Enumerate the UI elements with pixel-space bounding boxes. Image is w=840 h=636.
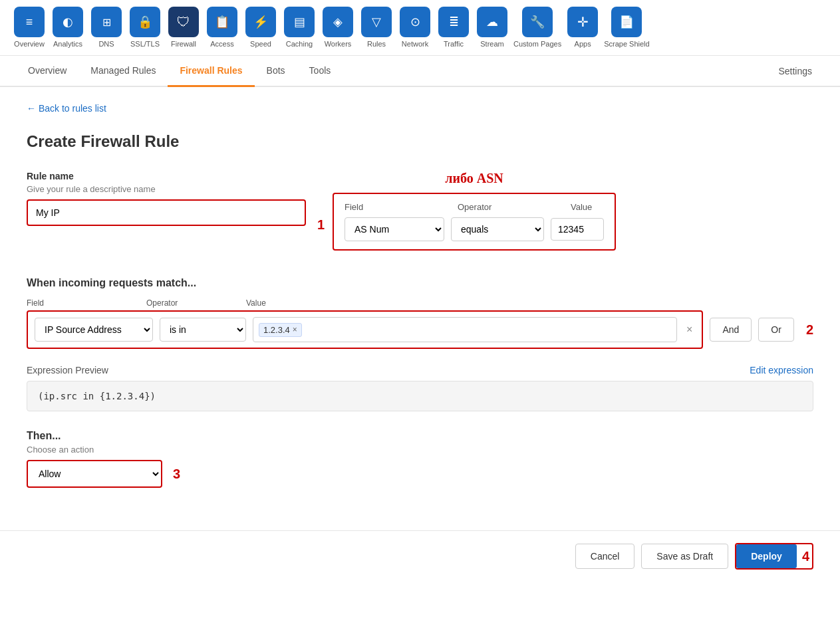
- deploy-button-wrapper: Deploy 4: [735, 543, 813, 570]
- then-section: Then... Choose an action Allow Block Cha…: [27, 430, 813, 488]
- asn-value-input[interactable]: [551, 218, 604, 241]
- nav-item-analytics[interactable]: ◐ Analytics: [49, 7, 86, 48]
- network-icon: ⊙: [400, 7, 430, 37]
- badge-2: 2: [806, 322, 813, 338]
- rule-name-input[interactable]: [27, 199, 306, 226]
- top-nav: ≡ Overview ◐ Analytics ⊞ DNS 🔒 SSL/TLS 🛡…: [0, 0, 840, 56]
- overview-icon: ≡: [14, 7, 45, 37]
- value-clear-btn[interactable]: ×: [684, 324, 695, 336]
- field-headers: Field Operator Value: [27, 298, 813, 308]
- value-tag-input[interactable]: 1.2.3.4 ×: [253, 317, 677, 342]
- nav-item-apps[interactable]: ✛ Apps: [564, 7, 601, 48]
- workers-icon: ◈: [323, 7, 353, 37]
- expression-header: Expression Preview Edit expression: [27, 365, 813, 375]
- access-icon: 📋: [207, 7, 237, 37]
- page-title: Create Firewall Rule: [27, 132, 813, 151]
- nav-item-workers[interactable]: ◈ Workers: [319, 7, 356, 48]
- nav-item-network[interactable]: ⊙ Network: [396, 7, 434, 48]
- operator-col-label: Operator: [146, 298, 239, 308]
- action-select-border: Allow Block Challenge JS Challenge Manag…: [27, 460, 162, 488]
- asn-input-row: AS Num equals: [345, 217, 604, 241]
- tab-managed[interactable]: Managed Rules: [78, 56, 168, 87]
- then-sublabel: Choose an action: [27, 445, 813, 455]
- badge-1: 1: [317, 217, 325, 233]
- asn-field-label: Field: [345, 202, 438, 212]
- incoming-input-row: IP Source Address AS Num Country URI URI…: [27, 310, 813, 349]
- tab-overview[interactable]: Overview: [16, 56, 78, 87]
- traffic-label: Traffic: [444, 40, 464, 48]
- ip-tag-value: 1.2.3.4: [263, 325, 290, 335]
- nav-item-access[interactable]: 📋 Access: [204, 7, 241, 48]
- action-select-wrapper: Allow Block Challenge JS Challenge Manag…: [27, 460, 813, 488]
- expression-label: Expression Preview: [27, 365, 108, 375]
- incoming-section: When incoming requests match... Field Op…: [27, 277, 813, 349]
- rule-name-section: Rule name Give your rule a descriptive n…: [27, 171, 306, 226]
- nav-item-traffic[interactable]: ≣ Traffic: [435, 7, 472, 48]
- operator-select[interactable]: is in equals contains matches is not in: [160, 318, 246, 342]
- tab-tools[interactable]: Tools: [297, 56, 343, 87]
- tab-bots[interactable]: Bots: [255, 56, 297, 87]
- nav-item-scrape[interactable]: 📄 Scrape Shield: [603, 7, 651, 49]
- stream-label: Stream: [480, 40, 503, 48]
- main-content: ← Back to rules list Create Firewall Rul…: [0, 87, 840, 530]
- then-title: Then...: [27, 430, 813, 442]
- cancel-button[interactable]: Cancel: [575, 544, 635, 569]
- tab-firewall[interactable]: Firewall Rules: [168, 56, 254, 87]
- firewall-icon: 🛡: [168, 7, 199, 37]
- apps-label: Apps: [575, 40, 591, 48]
- rule-name-sublabel: Give your rule a descriptive name: [27, 184, 306, 194]
- badge-4: 4: [802, 549, 812, 564]
- badge-3: 3: [173, 467, 180, 482]
- asn-value-label: Value: [571, 202, 592, 212]
- custompages-icon: 🔧: [522, 7, 553, 37]
- nav-item-custompages[interactable]: 🔧 Custom Pages: [512, 7, 563, 49]
- nav-item-speed[interactable]: ⚡ Speed: [242, 7, 279, 48]
- nav-item-firewall[interactable]: 🛡 Firewall: [165, 7, 202, 48]
- annotation-text: либо ASN: [445, 171, 503, 186]
- field-select[interactable]: IP Source Address AS Num Country URI URI…: [35, 318, 153, 342]
- nav-item-caching[interactable]: ▤ Caching: [281, 7, 318, 48]
- nav-item-ssl[interactable]: 🔒 SSL/TLS: [126, 7, 164, 48]
- action-select[interactable]: Allow Block Challenge JS Challenge Manag…: [28, 461, 161, 486]
- speed-label: Speed: [250, 40, 271, 48]
- footer: Cancel Save as Draft Deploy 4: [0, 530, 840, 582]
- deploy-button[interactable]: Deploy: [736, 544, 797, 568]
- stream-icon: ☁: [477, 7, 507, 37]
- nav-item-dns[interactable]: ⊞ DNS: [88, 7, 125, 48]
- asn-field-select[interactable]: AS Num: [345, 217, 444, 241]
- nav-item-rules[interactable]: ▽ Rules: [358, 7, 395, 48]
- speed-icon: ⚡: [245, 7, 276, 37]
- asn-area: либо ASN Field Operator Value AS Num equ…: [333, 171, 616, 251]
- settings-link[interactable]: Settings: [766, 56, 824, 86]
- scrape-label: Scrape Shield: [604, 40, 650, 49]
- save-draft-button[interactable]: Save as Draft: [641, 544, 728, 569]
- edit-expression-link[interactable]: Edit expression: [750, 365, 813, 375]
- rules-icon: ▽: [361, 7, 392, 37]
- nav-item-stream[interactable]: ☁ Stream: [474, 7, 511, 48]
- field-col-label: Field: [27, 298, 140, 308]
- asn-header-row: Field Operator Value: [345, 202, 604, 212]
- nav-item-overview[interactable]: ≡ Overview: [11, 7, 48, 48]
- ip-tag-close[interactable]: ×: [293, 325, 297, 334]
- asn-box: Field Operator Value AS Num equals: [333, 193, 616, 251]
- ssl-icon: 🔒: [130, 7, 160, 37]
- scrape-icon: 📄: [611, 7, 642, 37]
- expression-value: (ip.src in {1.2.3.4}): [38, 391, 156, 401]
- top-form-area: Rule name Give your rule a descriptive n…: [27, 171, 813, 251]
- analytics-label: Analytics: [53, 40, 82, 48]
- value-col-label: Value: [246, 298, 813, 308]
- or-button[interactable]: Or: [758, 318, 794, 342]
- expression-box: (ip.src in {1.2.3.4}): [27, 381, 813, 411]
- overview-label: Overview: [14, 40, 45, 48]
- access-label: Access: [210, 40, 233, 48]
- ssl-label: SSL/TLS: [130, 40, 160, 48]
- back-link[interactable]: ← Back to rules list: [27, 103, 106, 114]
- rules-label: Rules: [367, 40, 386, 48]
- traffic-icon: ≣: [438, 7, 469, 37]
- and-button[interactable]: And: [710, 318, 752, 342]
- dns-label: DNS: [98, 40, 114, 48]
- asn-operator-select[interactable]: equals: [451, 217, 544, 241]
- caching-label: Caching: [286, 40, 313, 48]
- dns-icon: ⊞: [91, 7, 122, 37]
- ip-tag: 1.2.3.4 ×: [259, 323, 302, 337]
